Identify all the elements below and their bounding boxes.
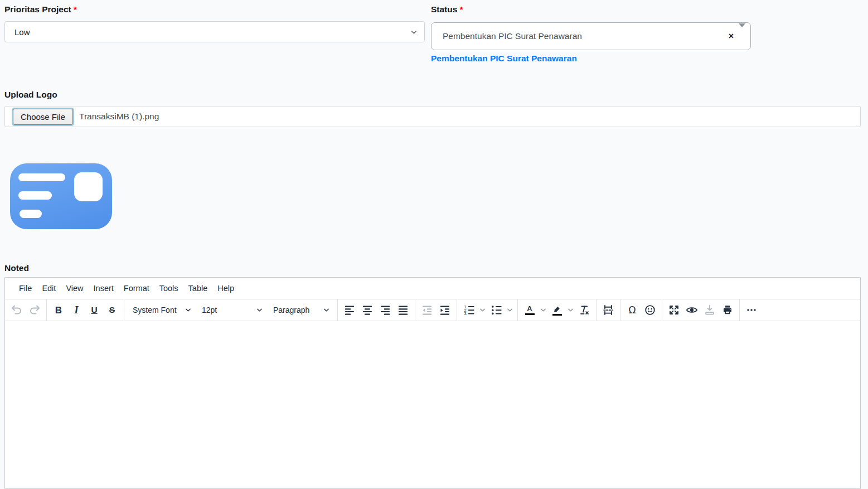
logo-line-decoration: [18, 173, 65, 181]
chevron-down-icon: [411, 30, 417, 35]
prioritas-selected-value: Low: [14, 27, 30, 37]
font-size-selected-value: 12pt: [202, 306, 217, 314]
strikethrough-icon: S: [109, 306, 115, 314]
special-character-button[interactable]: Ω: [623, 301, 641, 319]
align-left-icon: [343, 303, 356, 317]
block-format-selected-value: Paragraph: [273, 306, 309, 314]
indent-icon: [438, 303, 452, 317]
upload-logo-label: Upload Logo: [4, 90, 861, 100]
required-asterisk: *: [74, 4, 77, 14]
highlighter-pen-icon: [552, 305, 562, 313]
print-button[interactable]: [719, 301, 736, 319]
block-format-select[interactable]: Paragraph: [268, 301, 334, 319]
highlight-color-button[interactable]: [548, 301, 566, 319]
chevron-down-icon: [479, 308, 486, 312]
align-right-icon: [379, 303, 392, 317]
print-icon: [721, 303, 734, 317]
font-family-select[interactable]: System Font: [128, 301, 196, 319]
noted-label: Noted: [4, 263, 861, 273]
logo-file-input[interactable]: Choose File TransaksiMB (1).png: [4, 106, 861, 127]
align-left-button[interactable]: [341, 301, 358, 319]
strikethrough-button[interactable]: S: [103, 301, 121, 319]
highlight-color-icon: [552, 305, 562, 316]
fullscreen-button[interactable]: [665, 301, 683, 319]
bold-icon: B: [55, 306, 62, 315]
status-value: Pembentukan PIC Surat Penawaran: [443, 23, 582, 50]
clear-icon[interactable]: ×: [729, 23, 734, 50]
toolbar-group: [5, 299, 47, 321]
menu-tools[interactable]: Tools: [154, 280, 183, 296]
menu-file[interactable]: File: [14, 280, 37, 296]
logo-line-decoration: [18, 191, 52, 200]
bullet-list-split-button: [487, 301, 515, 319]
dropdown-caret-icon[interactable]: [739, 23, 745, 27]
choose-file-button[interactable]: Choose File: [13, 109, 73, 125]
chevron-down-icon: [323, 308, 329, 312]
menu-table[interactable]: Table: [183, 280, 213, 296]
toolbar-group: [415, 299, 457, 321]
save-icon: [703, 303, 716, 317]
menu-help[interactable]: Help: [212, 280, 239, 296]
outdent-button: [418, 301, 436, 319]
bullet-list-icon: [489, 303, 503, 317]
page-break-button[interactable]: [599, 301, 617, 319]
text-color-dropdown-arrow[interactable]: [539, 301, 548, 319]
clear-formatting-icon: [578, 303, 591, 317]
emoticons-icon: [643, 303, 657, 317]
prioritas-project-label-text: Prioritas Project: [4, 4, 71, 14]
text-color-icon: A: [525, 305, 535, 315]
fullscreen-icon: [667, 303, 681, 317]
menu-insert[interactable]: Insert: [89, 280, 119, 296]
editor-content-area[interactable]: [5, 321, 860, 488]
editor-menubar: FileEditViewInsertFormatToolsTableHelp: [5, 278, 860, 299]
status-label: Status*: [431, 4, 751, 14]
undo-icon: [10, 303, 23, 317]
redo-icon: [28, 303, 41, 317]
toolbar-group: [662, 299, 740, 321]
text-color-button[interactable]: A: [521, 301, 539, 319]
menu-edit[interactable]: Edit: [37, 280, 61, 296]
status-combobox[interactable]: Pembentukan PIC Surat Penawaran ×: [431, 22, 751, 50]
text-color-split-button: A: [521, 301, 548, 319]
align-justify-button[interactable]: [394, 301, 412, 319]
preview-button[interactable]: [683, 301, 701, 319]
align-center-icon: [361, 303, 374, 317]
prioritas-project-label: Prioritas Project*: [4, 4, 425, 14]
italic-button[interactable]: I: [67, 301, 85, 319]
editor-toolbar: BIUSSystem Font12ptParagraphAΩ: [5, 299, 860, 321]
status-label-text: Status: [431, 4, 457, 14]
italic-icon: I: [74, 305, 78, 315]
status-suggestion-link[interactable]: Pembentukan PIC Surat Penawaran: [431, 54, 577, 64]
chevron-down-icon: [540, 308, 546, 312]
more-options-button[interactable]: [743, 301, 760, 319]
logo-line-decoration: [20, 210, 42, 218]
toolbar-group: System Font12ptParagraph: [124, 299, 338, 321]
redo-button: [26, 301, 43, 319]
underline-button[interactable]: U: [85, 301, 103, 319]
bold-button[interactable]: B: [50, 301, 67, 319]
indent-button[interactable]: [436, 301, 454, 319]
menu-format[interactable]: Format: [119, 280, 154, 296]
clear-formatting-button[interactable]: [575, 301, 593, 319]
undo-button: [8, 301, 26, 319]
more-options-icon: [745, 303, 758, 317]
menu-view[interactable]: View: [61, 280, 88, 296]
prioritas-project-select[interactable]: Low: [4, 21, 425, 42]
bullet-list-dropdown-arrow[interactable]: [505, 301, 515, 319]
chevron-down-icon: [185, 308, 191, 312]
chevron-down-icon: [256, 308, 263, 312]
highlight-color-dropdown-arrow[interactable]: [566, 301, 575, 319]
numbered-list-button[interactable]: [460, 301, 478, 319]
chevron-down-icon: [568, 308, 574, 312]
font-size-select[interactable]: 12pt: [197, 301, 267, 319]
outdent-icon: [420, 303, 434, 317]
emoticons-button[interactable]: [641, 301, 659, 319]
align-right-button[interactable]: [376, 301, 394, 319]
logo-square-decoration: [74, 172, 103, 201]
align-center-button[interactable]: [358, 301, 376, 319]
bullet-list-button[interactable]: [487, 301, 505, 319]
toolbar-group: A: [518, 299, 597, 321]
numbered-list-dropdown-arrow[interactable]: [478, 301, 487, 319]
selected-filename: TransaksiMB (1).png: [79, 112, 159, 122]
required-asterisk: *: [459, 4, 463, 14]
